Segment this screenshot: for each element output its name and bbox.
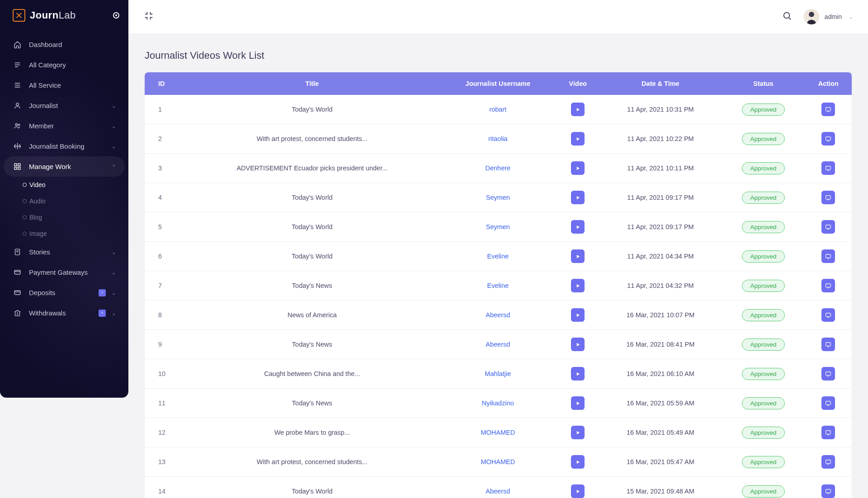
play-button[interactable] xyxy=(571,191,585,204)
cell-action xyxy=(805,242,852,271)
credit-card-icon xyxy=(13,268,22,276)
sidebar-subitem-image[interactable]: Image xyxy=(13,226,125,242)
table-row: 14 Today's World Abeersd 15 Mar, 2021 09… xyxy=(145,477,852,498)
play-button[interactable] xyxy=(571,132,585,146)
cell-datetime: 16 Mar, 2021 08:41 PM xyxy=(599,330,722,359)
brand-logo-icon xyxy=(13,9,25,22)
cell-title: Today's World xyxy=(185,212,439,242)
svg-rect-26 xyxy=(826,489,831,493)
play-button[interactable] xyxy=(571,367,585,381)
play-button[interactable] xyxy=(571,484,585,498)
bank-icon xyxy=(13,309,22,317)
sidebar-subitem-label: Blog xyxy=(29,214,42,221)
sidebar-item-all-service[interactable]: All Service xyxy=(4,75,125,95)
cell-video xyxy=(557,212,599,242)
status-badge: Approved xyxy=(742,427,785,439)
play-button[interactable] xyxy=(571,426,585,439)
play-button[interactable] xyxy=(571,338,585,351)
sidebar-item-dashboard[interactable]: Dashboard xyxy=(4,34,125,55)
cell-username: Eveline xyxy=(439,271,557,301)
username-link[interactable]: robart xyxy=(489,106,506,113)
play-button[interactable] xyxy=(571,161,585,175)
table-row: 4 Today's World Seymen 11 Apr, 2021 09:1… xyxy=(145,183,852,212)
svg-rect-21 xyxy=(826,343,831,346)
sidebar-item-manage-work[interactable]: Manage Work ⌃ xyxy=(4,156,125,177)
table-header-status: Status xyxy=(722,72,805,95)
sidebar-item-member[interactable]: Member ⌄ xyxy=(4,116,125,136)
table-header-action: Action xyxy=(805,72,852,95)
play-button[interactable] xyxy=(571,308,585,322)
cell-title: With art protest, concerned students... xyxy=(185,447,439,477)
username-link[interactable]: Seymen xyxy=(486,194,510,201)
collapse-sidebar-button[interactable] xyxy=(144,11,154,23)
view-button[interactable] xyxy=(821,220,835,234)
cell-video xyxy=(557,418,599,447)
username-link[interactable]: Abeersd xyxy=(486,341,510,348)
view-button[interactable] xyxy=(821,396,835,410)
view-button[interactable] xyxy=(821,132,835,146)
search-button[interactable] xyxy=(782,11,792,23)
play-button[interactable] xyxy=(571,220,585,234)
table-row: 2 With art protest, concerned students..… xyxy=(145,124,852,154)
view-button[interactable] xyxy=(821,367,835,381)
username-link[interactable]: Abeersd xyxy=(486,311,510,319)
view-button[interactable] xyxy=(821,249,835,263)
username-link[interactable]: ritaolia xyxy=(488,135,508,142)
view-button[interactable] xyxy=(821,279,835,292)
sidebar-toggle-icon[interactable] xyxy=(113,12,119,19)
chevron-down-icon: ⌄ xyxy=(112,269,116,275)
sidebar-item-label: Deposits xyxy=(29,289,55,296)
username-link[interactable]: Abeersd xyxy=(486,488,510,495)
view-button[interactable] xyxy=(821,103,835,116)
sidebar-subitem-blog[interactable]: Blog xyxy=(13,209,125,226)
document-icon xyxy=(13,248,22,256)
status-badge: Approved xyxy=(742,485,785,498)
view-button[interactable] xyxy=(821,161,835,175)
username-link[interactable]: MOHAMED xyxy=(481,429,515,436)
list-icon xyxy=(13,61,22,69)
sidebar-item-payment-gateways[interactable]: Payment Gateways ⌄ xyxy=(4,262,125,282)
sidebar-nav: Dashboard All Category All Service Journ… xyxy=(0,34,128,323)
svg-rect-25 xyxy=(826,460,831,464)
username-link[interactable]: Denhere xyxy=(486,164,511,172)
sidebar-item-label: Manage Work xyxy=(29,163,71,170)
view-button[interactable] xyxy=(821,455,835,469)
status-badge: Approved xyxy=(742,397,785,409)
play-button[interactable] xyxy=(571,396,585,410)
play-button[interactable] xyxy=(571,103,585,116)
view-button[interactable] xyxy=(821,426,835,439)
cell-datetime: 16 Mar, 2021 05:59 AM xyxy=(599,389,722,418)
cell-username: Eveline xyxy=(439,242,557,271)
cell-title: With art protest, concerned students... xyxy=(185,124,439,154)
view-button[interactable] xyxy=(821,191,835,204)
sidebar-item-journalist-booking[interactable]: Journalist Booking ⌄ xyxy=(4,136,125,156)
cell-status: Approved xyxy=(722,301,805,330)
table-row: 9 Today's News Abeersd 16 Mar, 2021 08:4… xyxy=(145,330,852,359)
view-button[interactable] xyxy=(821,484,835,498)
sidebar-item-deposits[interactable]: Deposits ⌄ xyxy=(4,282,125,303)
username-link[interactable]: Nyikadzino xyxy=(482,399,514,407)
sidebar-item-journalist[interactable]: Journalist ⌄ xyxy=(4,95,125,116)
sidebar-item-all-category[interactable]: All Category xyxy=(4,55,125,75)
cell-username: Denhere xyxy=(439,154,557,183)
username-link[interactable]: MOHAMED xyxy=(481,458,515,465)
play-button[interactable] xyxy=(571,279,585,292)
view-button[interactable] xyxy=(821,338,835,351)
view-button[interactable] xyxy=(821,308,835,322)
user-menu[interactable]: admin ⌄ xyxy=(804,9,853,24)
sidebar-item-withdrawals[interactable]: Withdrawals ⌄ xyxy=(4,303,125,323)
table-header-title: Title xyxy=(185,72,439,95)
sidebar-item-stories[interactable]: Stories ⌄ xyxy=(4,242,125,262)
play-button[interactable] xyxy=(571,455,585,469)
play-button[interactable] xyxy=(571,249,585,263)
cell-video xyxy=(557,301,599,330)
cell-username: Seymen xyxy=(439,183,557,212)
username-link[interactable]: Mahlatjie xyxy=(485,370,511,377)
sidebar-subitem-video[interactable]: Video xyxy=(13,177,125,193)
username-link[interactable]: Seymen xyxy=(486,223,510,230)
sidebar-subitem-audio[interactable]: Audio xyxy=(13,193,125,209)
table-row: 7 Today's News Eveline 11 Apr, 2021 04:3… xyxy=(145,271,852,301)
username-link[interactable]: Eveline xyxy=(487,282,509,289)
brand-logo[interactable]: JournLab xyxy=(0,0,128,34)
username-link[interactable]: Eveline xyxy=(487,253,509,260)
